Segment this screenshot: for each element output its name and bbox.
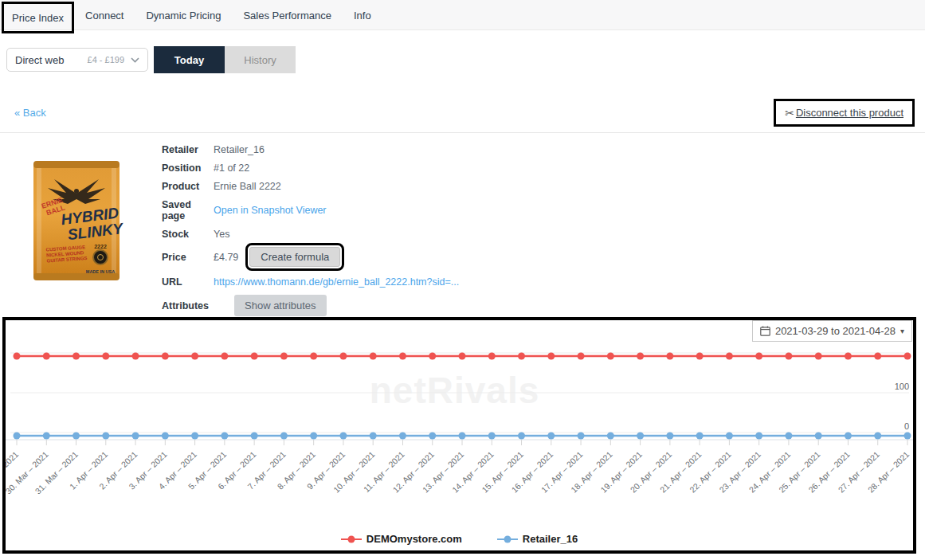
date-range-label: 2021-03-29 to 2021-04-28 [775, 325, 896, 337]
legend-label-retailer16: Retailer_16 [523, 533, 578, 545]
back-link[interactable]: « Back [14, 107, 46, 119]
legend-item-demomystore[interactable]: DEMOmystore.com [341, 533, 462, 545]
site-select-price-range: £4 - £199 [88, 55, 124, 65]
retailer-label: Retailer [162, 144, 214, 155]
svg-text:100: 100 [895, 382, 909, 391]
price-index-line-chart: netRivals010029. Mar – 202130. Mar – 202… [6, 320, 913, 527]
product-info: Retailer Retailer_16 Position #1 of 22 P… [162, 144, 656, 323]
info-row-retailer: Retailer Retailer_16 [162, 144, 656, 155]
scissors-icon: ✂ [785, 108, 794, 119]
disconnect-product-link[interactable]: Disconnect this product [796, 107, 903, 119]
info-row-product: Product Ernie Ball 2222 [162, 181, 656, 192]
legend-label-demomystore: DEMOmystore.com [366, 533, 462, 545]
show-attributes-button[interactable]: Show attributes [234, 295, 327, 316]
price-value: £4.79 [214, 252, 238, 263]
nav-item-connect[interactable]: Connect [74, 0, 135, 22]
nav-item-dynamic-pricing[interactable]: Dynamic Pricing [135, 0, 232, 22]
tab-today[interactable]: Today [154, 46, 225, 73]
saved-page-label: Saved page [162, 199, 214, 221]
chart-legend: DEMOmystore.com Retailer_16 [6, 533, 913, 545]
nav-item-price-index[interactable]: Price Index [12, 12, 64, 24]
annotation-box-price-index: Price Index [2, 2, 74, 33]
price-label: Price [162, 252, 214, 263]
stock-label: Stock [162, 229, 214, 240]
product-url-link[interactable]: https://www.thomann.de/gb/ernie_ball_222… [214, 276, 459, 288]
position-label: Position [162, 163, 214, 174]
view-tabs: Today History [154, 46, 296, 73]
model-number: 2222 [94, 244, 107, 249]
attributes-label: Attributes [162, 300, 214, 311]
top-nav: Price Index Connect Dynamic Pricing Sale… [0, 0, 925, 30]
product-name-value: Ernie Ball 2222 [214, 181, 281, 192]
tab-history[interactable]: History [225, 46, 296, 73]
product-label: Product [162, 181, 214, 192]
section-divider [0, 132, 925, 133]
info-row-price: Price £4.79 Create formula [162, 247, 656, 267]
nav-item-sales-performance[interactable]: Sales Performance [232, 0, 343, 22]
origin-text: MADE IN USA [86, 269, 115, 274]
create-formula-button[interactable]: Create formula [249, 247, 340, 267]
chevron-down-icon [131, 57, 139, 63]
price-history-chart-panel: 2021-03-29 to 2021-04-28 ▾ netRivals0100… [2, 317, 916, 554]
url-label: URL [162, 276, 214, 288]
calendar-icon [760, 326, 770, 336]
caret-down-icon: ▾ [900, 327, 904, 335]
nav-item-info[interactable]: Info [343, 0, 382, 22]
legend-item-retailer16[interactable]: Retailer_16 [497, 533, 578, 545]
stock-value: Yes [214, 229, 229, 240]
info-row-url: URL https://www.thomann.de/gb/ernie_ball… [162, 276, 656, 288]
info-row-position: Position #1 of 22 [162, 163, 656, 174]
info-row-attributes: Attributes Show attributes [162, 295, 656, 316]
site-select-value: Direct web [15, 54, 88, 66]
site-select-dropdown[interactable]: Direct web £4 - £199 [6, 48, 148, 72]
svg-text:0: 0 [904, 421, 909, 431]
product-image: ERNIE BALL HYBRID SLINKY CUSTOM GAUGE NI… [29, 156, 124, 289]
svg-text:netRivals: netRivals [370, 370, 540, 411]
position-value: #1 of 22 [214, 163, 249, 174]
date-range-selector[interactable]: 2021-03-29 to 2021-04-28 ▾ [752, 320, 912, 342]
annotation-box-disconnect: ✂ Disconnect this product [774, 99, 915, 127]
legend-marker-red [341, 535, 362, 543]
info-row-stock: Stock Yes [162, 229, 656, 240]
info-row-saved-page: Saved page Open in Snapshot Viewer [162, 199, 656, 221]
legend-marker-blue [497, 535, 518, 543]
snapshot-viewer-link[interactable]: Open in Snapshot Viewer [214, 205, 327, 216]
retailer-value: Retailer_16 [214, 144, 265, 155]
